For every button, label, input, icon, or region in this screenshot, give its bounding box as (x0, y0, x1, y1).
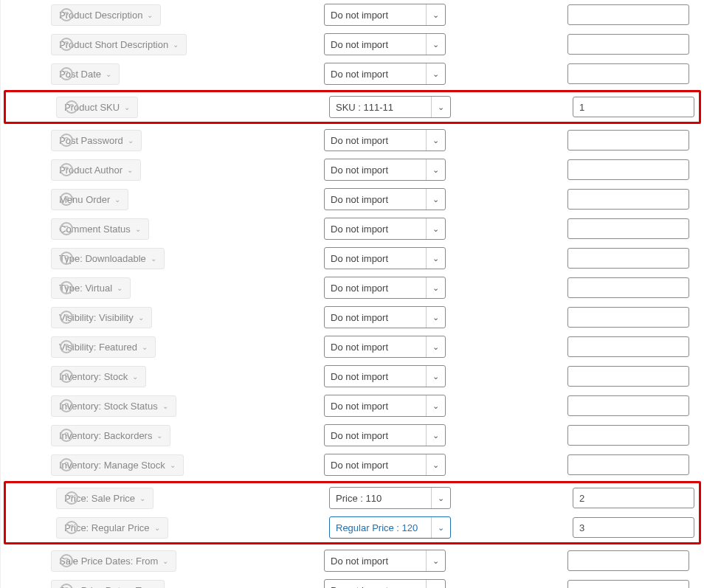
highlight-box: ?Price: Sale Price⌄Price : 110⌄?Price: R… (4, 481, 701, 544)
help-icon[interactable]: ? (60, 370, 73, 383)
select-value: Do not import (331, 585, 388, 589)
mapping-select[interactable]: Do not import⌄ (324, 579, 446, 588)
field-label: Sale Price Dates: From (59, 556, 158, 567)
help-icon[interactable]: ? (60, 222, 73, 235)
help-icon[interactable]: ? (60, 134, 73, 147)
value-input[interactable] (567, 189, 689, 210)
mapping-select[interactable]: Do not import⌄ (324, 33, 446, 55)
help-icon[interactable]: ? (60, 8, 73, 21)
value-input[interactable] (567, 454, 689, 475)
mapping-row: ?Inventory: Stock Status⌄Do not import⌄ (1, 391, 704, 421)
field-label: Inventory: Manage Stock (59, 460, 165, 471)
chevron-down-icon: ⌄ (426, 425, 439, 446)
chevron-down-icon: ⌄ (170, 461, 176, 469)
chevron-down-icon: ⌄ (117, 284, 122, 292)
help-icon[interactable]: ? (60, 193, 73, 206)
select-value: Do not import (331, 312, 388, 323)
field-label: Product Short Description (59, 39, 168, 50)
select-value: Do not import (331, 371, 388, 382)
mapping-select[interactable]: Price : 110⌄ (329, 487, 451, 509)
chevron-down-icon: ⌄ (431, 97, 444, 117)
help-icon[interactable]: ? (65, 491, 78, 505)
mapping-select[interactable]: Do not import⌄ (324, 218, 446, 240)
chevron-down-icon: ⌄ (127, 166, 133, 174)
mapping-select[interactable]: Regular Price : 120⌄ (329, 516, 451, 539)
value-input[interactable] (567, 580, 689, 588)
select-value: Regular Price : 120 (336, 522, 418, 533)
help-icon[interactable]: ? (60, 458, 73, 471)
mapping-select[interactable]: Do not import⌄ (324, 129, 446, 151)
chevron-down-icon: ⌄ (431, 488, 444, 508)
value-input[interactable] (567, 425, 689, 446)
mapping-row: ?Type: Downloadable⌄Do not import⌄ (1, 243, 704, 273)
mapping-row: ?Product Author⌄Do not import⌄ (1, 155, 704, 184)
chevron-down-icon: ⌄ (132, 373, 138, 381)
help-icon[interactable]: ? (60, 399, 73, 412)
chevron-down-icon: ⌄ (426, 454, 439, 475)
help-icon[interactable]: ? (60, 429, 73, 442)
mapping-select[interactable]: Do not import⌄ (324, 454, 446, 476)
value-input[interactable] (567, 34, 689, 55)
value-input[interactable] (567, 4, 689, 25)
mapping-row: ?Inventory: Stock⌄Do not import⌄ (1, 362, 704, 391)
mapping-select[interactable]: Do not import⌄ (324, 306, 446, 328)
value-input[interactable] (567, 63, 689, 84)
select-value: Do not import (331, 556, 388, 567)
value-input[interactable] (567, 550, 689, 571)
mapping-row: ?Product Description⌄Do not import⌄ (1, 0, 704, 30)
help-icon[interactable]: ? (60, 163, 73, 176)
mapping-row: ?Sale Price Dates: From⌄Do not import⌄ (1, 546, 704, 575)
chevron-down-icon: ⌄ (154, 524, 160, 532)
select-value: Do not import (331, 135, 388, 146)
select-value: SKU : 111-11 (336, 102, 393, 113)
help-icon[interactable]: ? (60, 38, 73, 51)
help-icon[interactable]: ? (60, 252, 73, 265)
help-icon[interactable]: ? (60, 311, 73, 324)
mapping-select[interactable]: Do not import⌄ (324, 4, 446, 26)
value-input[interactable] (573, 517, 694, 538)
mapping-select[interactable]: Do not import⌄ (324, 395, 446, 417)
mapping-row: ?Product SKU⌄SKU : 111-11⌄ (6, 92, 699, 122)
help-icon[interactable]: ? (60, 67, 73, 80)
help-icon[interactable]: ? (60, 340, 73, 353)
help-icon[interactable]: ? (65, 521, 78, 534)
mapping-select[interactable]: Do not import⌄ (324, 365, 446, 387)
value-input[interactable] (567, 307, 689, 328)
value-input[interactable] (567, 218, 689, 239)
mapping-select[interactable]: Do not import⌄ (324, 188, 446, 210)
help-icon[interactable]: ? (65, 100, 78, 114)
value-input[interactable] (567, 366, 689, 387)
help-icon[interactable]: ? (60, 281, 73, 294)
help-icon[interactable]: ? (60, 554, 73, 567)
select-value: Do not import (331, 401, 388, 412)
chevron-down-icon: ⌄ (135, 225, 141, 233)
mapping-select[interactable]: Do not import⌄ (324, 424, 446, 446)
chevron-down-icon: ⌄ (426, 4, 439, 25)
mapping-select[interactable]: Do not import⌄ (324, 550, 446, 572)
value-input[interactable] (567, 395, 689, 416)
value-input[interactable] (567, 336, 689, 357)
value-input[interactable] (567, 130, 689, 151)
value-input[interactable] (573, 488, 694, 508)
mapping-select[interactable]: Do not import⌄ (324, 159, 446, 181)
select-value: Price : 110 (336, 493, 382, 504)
chevron-down-icon: ⌄ (426, 336, 439, 357)
value-input[interactable] (567, 159, 689, 180)
field-label: Inventory: Stock Status (59, 401, 158, 412)
value-input[interactable] (567, 248, 689, 269)
mapping-select[interactable]: Do not import⌄ (324, 336, 446, 358)
mapping-select[interactable]: SKU : 111-11⌄ (329, 96, 451, 118)
value-input[interactable] (567, 277, 689, 298)
chevron-down-icon: ⌄ (426, 218, 439, 239)
chevron-down-icon: ⌄ (128, 136, 134, 145)
chevron-down-icon: ⌄ (147, 11, 153, 19)
mapping-row: ?Inventory: Manage Stock⌄Do not import⌄ (1, 450, 704, 480)
mapping-row: ?Post Date⌄Do not import⌄ (1, 59, 704, 89)
select-value: Do not import (331, 253, 388, 264)
chevron-down-icon: ⌄ (426, 159, 439, 180)
mapping-select[interactable]: Do not import⌄ (324, 247, 446, 269)
mapping-row: ?Comment Status⌄Do not import⌄ (1, 214, 704, 243)
mapping-select[interactable]: Do not import⌄ (324, 63, 446, 85)
value-input[interactable] (573, 97, 694, 117)
mapping-select[interactable]: Do not import⌄ (324, 277, 446, 299)
